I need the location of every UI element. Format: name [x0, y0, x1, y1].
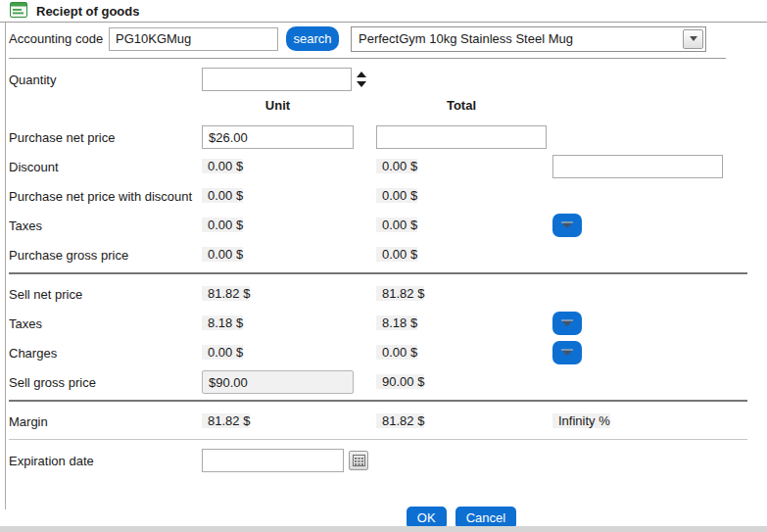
- sell-net-price-unit-value: 81.82 $: [202, 286, 250, 301]
- discount-input[interactable]: [552, 155, 723, 178]
- accounting-code-row: Accounting code search PerfectGym 10kg S…: [9, 23, 767, 55]
- sell-taxes-unit-value: 8.18 $: [202, 315, 243, 330]
- margin-label: Margin: [9, 414, 202, 429]
- purchase-net-price-unit-input[interactable]: [202, 125, 354, 149]
- sell-net-price-row: Sell net price 81.82 $ 81.82 $: [9, 282, 767, 306]
- purchase-taxes-unit-value: 0.00 $: [202, 218, 243, 232]
- quantity-input[interactable]: [202, 68, 352, 91]
- sell-gross-price-row: Sell gross price 90.00 $: [9, 370, 767, 394]
- product-combobox-value: PerfectGym 10kg Stainless Steel Mug: [352, 31, 683, 46]
- sell-gross-price-label: Sell gross price: [9, 375, 202, 390]
- product-combobox[interactable]: PerfectGym 10kg Stainless Steel Mug: [351, 26, 706, 52]
- expiration-date-input[interactable]: [202, 449, 344, 472]
- unit-column-header: Unit: [202, 98, 354, 120]
- sell-gross-price-total-value: 90.00 $: [376, 374, 424, 389]
- bottom-scrollbar[interactable]: [0, 526, 767, 532]
- sell-taxes-row: Taxes 8.18 $ 8.18 $: [9, 312, 767, 335]
- accounting-code-input[interactable]: [109, 27, 278, 51]
- sell-net-price-label: Sell net price: [9, 287, 202, 302]
- charges-dropdown-button[interactable]: [552, 341, 582, 364]
- dialog-body: Accounting code search PerfectGym 10kg S…: [5, 23, 767, 509]
- purchase-net-price-label: Purchase net price: [9, 130, 202, 145]
- calendar-button[interactable]: [349, 451, 368, 470]
- sell-net-price-total-value: 81.82 $: [376, 286, 424, 301]
- charges-unit-value: 0.00 $: [202, 345, 243, 360]
- chevron-down-icon: [559, 319, 575, 328]
- purchase-net-price-row: Purchase net price: [9, 125, 767, 149]
- accounting-code-label: Accounting code: [9, 31, 109, 46]
- charges-total-value: 0.00 $: [376, 345, 417, 360]
- margin-row: Margin 81.82 $ 81.82 $ Infinity %: [9, 410, 767, 433]
- total-column-header: Total: [376, 98, 547, 120]
- margin-total-value: 81.82 $: [376, 413, 424, 428]
- calendar-icon: [353, 455, 365, 466]
- quantity-label: Quantity: [9, 73, 202, 87]
- chevron-down-icon: [690, 36, 697, 41]
- purchase-taxes-label: Taxes: [9, 218, 202, 233]
- triangle-up-icon: [357, 72, 366, 77]
- dialog-title: Reciept of goods: [36, 4, 139, 19]
- purchase-gross-price-total-value: 0.00 $: [376, 247, 417, 262]
- discount-total-value: 0.00 $: [376, 159, 417, 173]
- purchase-net-price-with-discount-label: Purchase net price with discount: [9, 189, 202, 204]
- purchase-net-price-with-discount-total-value: 0.00 $: [376, 188, 417, 203]
- quantity-row: Quantity: [9, 67, 767, 92]
- chevron-down-icon: [559, 221, 575, 230]
- sell-gross-price-unit-input[interactable]: [202, 370, 354, 394]
- margin-percent-value: Infinity %: [552, 413, 610, 428]
- purchase-taxes-total-value: 0.00 $: [376, 218, 417, 232]
- purchase-gross-price-label: Purchase gross price: [9, 248, 202, 263]
- purchase-taxes-row: Taxes 0.00 $ 0.00 $: [9, 214, 767, 237]
- search-button[interactable]: search: [286, 26, 339, 51]
- charges-row: Charges 0.00 $ 0.00 $: [9, 341, 767, 364]
- separator-under-accounting: [9, 58, 726, 59]
- sell-taxes-label: Taxes: [9, 316, 202, 331]
- dialog-titlebar: Reciept of goods: [0, 0, 767, 23]
- purchase-net-price-with-discount-unit-value: 0.00 $: [202, 188, 243, 203]
- charges-label: Charges: [9, 346, 202, 361]
- purchase-taxes-dropdown-button[interactable]: [552, 214, 582, 237]
- separator-sell-margin: [9, 400, 747, 402]
- sell-taxes-total-value: 8.18 $: [376, 315, 417, 330]
- discount-label: Discount: [9, 160, 202, 174]
- chevron-down-icon: [559, 349, 575, 358]
- discount-unit-value: 0.00 $: [202, 159, 243, 173]
- separator-purchase-sell: [9, 272, 747, 274]
- triangle-down-icon: [357, 81, 366, 87]
- product-combobox-arrow-button[interactable]: [683, 29, 703, 49]
- purchase-net-price-with-discount-row: Purchase net price with discount 0.00 $ …: [9, 184, 767, 208]
- receipt-icon: [10, 2, 27, 21]
- margin-unit-value: 81.82 $: [202, 413, 250, 428]
- purchase-gross-price-unit-value: 0.00 $: [202, 247, 243, 262]
- discount-row: Discount 0.00 $ 0.00 $: [9, 155, 767, 178]
- column-headers-row: Unit Total: [9, 98, 767, 120]
- sell-taxes-dropdown-button[interactable]: [552, 312, 582, 335]
- purchase-gross-price-row: Purchase gross price 0.00 $ 0.00 $: [9, 243, 767, 266]
- expiration-date-label: Expiration date: [9, 454, 202, 468]
- spinner-down-button[interactable]: [357, 81, 366, 88]
- quantity-spinner: [357, 72, 366, 88]
- spinner-up-button[interactable]: [357, 72, 366, 78]
- purchase-net-price-total-input[interactable]: [376, 125, 547, 149]
- separator-under-margin: [9, 439, 747, 440]
- expiration-date-row: Expiration date: [9, 448, 767, 473]
